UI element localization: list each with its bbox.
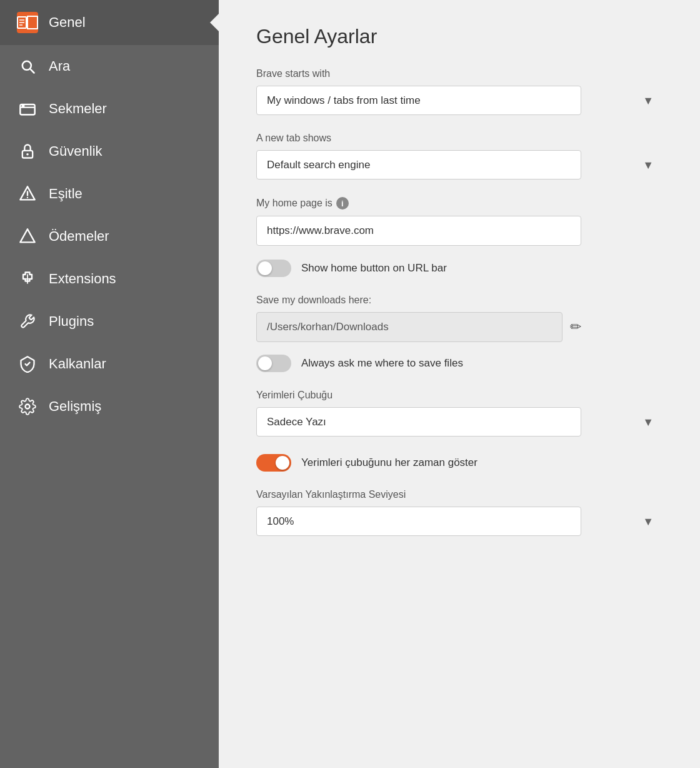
bookmarks-bar-arrow-icon: ▼ <box>642 415 654 428</box>
sidebar-item-esitle[interactable]: Eşitle <box>0 173 219 215</box>
show-home-button-row: Show home button on URL bar <box>256 260 662 277</box>
bookmarks-bar-select[interactable]: Sadece Yazı Sadece Simge Yazı ve Simge <box>256 407 581 437</box>
homepage-label: My home page is i <box>256 197 662 210</box>
sidebar-item-extensions[interactable]: Extensions <box>0 258 219 300</box>
show-bookmarks-bar-toggle[interactable] <box>256 454 291 472</box>
active-arrow <box>210 14 219 31</box>
svg-point-8 <box>26 153 29 156</box>
edit-path-icon[interactable]: ✏ <box>570 319 581 335</box>
sidebar-item-label: Genel <box>49 14 86 31</box>
sidebar: Genel Ara Sekmeler <box>0 0 219 768</box>
svg-marker-12 <box>20 229 34 242</box>
sidebar-item-label: Gelişmiş <box>49 398 101 415</box>
sidebar-item-guvenlik[interactable]: Güvenlik <box>0 130 219 173</box>
downloads-label: Save my downloads here: <box>256 295 662 306</box>
payments-icon <box>18 226 38 246</box>
sidebar-item-plugins[interactable]: Plugins <box>0 300 219 343</box>
brave-starts-wrapper: My windows / tabs from last time A new w… <box>256 86 662 115</box>
new-tab-select[interactable]: Default search engine A blank page A spe… <box>256 150 581 179</box>
sidebar-item-ara[interactable]: Ara <box>0 45 219 88</box>
sidebar-item-label: Plugins <box>49 313 94 330</box>
zoom-label: Varsayılan Yakınlaştırma Seviyesi <box>256 489 662 500</box>
always-ask-label: Always ask me where to save files <box>301 357 463 370</box>
sync-icon <box>18 184 38 204</box>
sidebar-item-label: Eşitle <box>49 186 82 202</box>
show-bookmarks-bar-label: Yerimleri çubuğunu her zaman göster <box>301 457 478 469</box>
plugins-icon <box>18 311 38 331</box>
page-title: Genel Ayarlar <box>256 25 662 48</box>
advanced-icon <box>18 397 38 417</box>
svg-rect-5 <box>20 108 34 115</box>
show-home-button-label: Show home button on URL bar <box>301 262 447 275</box>
svg-point-13 <box>26 405 30 409</box>
new-tab-label: A new tab shows <box>256 133 662 144</box>
zoom-select[interactable]: 75% 90% 100% 110% 125% 150% <box>256 507 581 536</box>
brave-starts-select[interactable]: My windows / tabs from last time A new w… <box>256 86 581 115</box>
bookmarks-bar-wrapper: Sadece Yazı Sadece Simge Yazı ve Simge ▼ <box>256 407 662 437</box>
zoom-arrow-icon: ▼ <box>642 515 654 528</box>
tabs-icon <box>18 99 38 119</box>
show-home-button-toggle[interactable] <box>256 260 291 277</box>
sidebar-item-label: Ödemeler <box>49 228 109 245</box>
new-tab-wrapper: Default search engine A blank page A spe… <box>256 150 662 179</box>
svg-point-11 <box>27 197 28 198</box>
sidebar-item-label: Güvenlik <box>49 143 102 159</box>
shield-icon <box>18 354 38 374</box>
sidebar-item-kalkanlar[interactable]: Kalkanlar <box>0 343 219 385</box>
search-icon <box>18 56 38 76</box>
zoom-wrapper: 75% 90% 100% 110% 125% 150% ▼ <box>256 507 662 536</box>
sidebar-item-label: Ara <box>49 58 70 74</box>
download-path-row: ✏ <box>256 312 662 342</box>
download-path-input[interactable] <box>256 312 562 342</box>
show-bookmarks-bar-row: Yerimleri çubuğunu her zaman göster <box>256 454 662 472</box>
genel-icon <box>18 13 38 33</box>
new-tab-arrow-icon: ▼ <box>642 158 654 171</box>
homepage-info-icon[interactable]: i <box>336 197 349 210</box>
always-ask-row: Always ask me where to save files <box>256 355 662 372</box>
sidebar-item-genel[interactable]: Genel <box>0 0 219 45</box>
homepage-input[interactable] <box>256 216 581 246</box>
brave-starts-label: Brave starts with <box>256 68 662 79</box>
sidebar-item-label: Sekmeler <box>49 101 107 117</box>
lock-icon <box>18 141 38 161</box>
sidebar-item-odemeler[interactable]: Ödemeler <box>0 215 219 258</box>
main-content: Genel Ayarlar Brave starts with My windo… <box>219 0 700 768</box>
sidebar-item-sekmeler[interactable]: Sekmeler <box>0 88 219 130</box>
extensions-icon <box>18 269 38 289</box>
sidebar-item-label: Kalkanlar <box>49 356 106 372</box>
always-ask-toggle[interactable] <box>256 355 291 372</box>
bookmarks-bar-label: Yerimleri Çubuğu <box>256 390 662 401</box>
brave-starts-arrow-icon: ▼ <box>642 94 654 107</box>
sidebar-item-gelismis[interactable]: Gelişmiş <box>0 385 219 428</box>
sidebar-item-label: Extensions <box>49 271 116 287</box>
